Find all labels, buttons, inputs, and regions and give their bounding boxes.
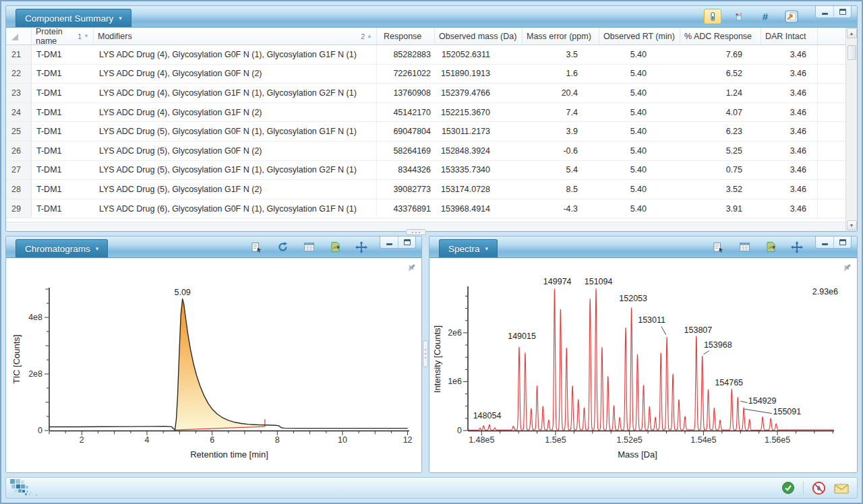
table-cell: 3.46 — [761, 84, 818, 102]
table-row[interactable]: 27T-DM1LYS ADC Drug (5), Glycosylation G… — [6, 161, 845, 181]
pin-icon[interactable] — [408, 263, 416, 273]
minimize-button[interactable] — [816, 237, 833, 248]
table-cell: 5.40 — [599, 122, 680, 141]
chromatograms-tab[interactable]: Chromatograms ▾ — [16, 239, 108, 257]
chromatogram-plot-area[interactable]: × 2468101202e84e8Retention time [min]TIC… — [6, 258, 421, 472]
component-summary-panel: Component Summary ▾ — [5, 5, 858, 232]
maximize-button[interactable] — [833, 6, 851, 18]
column-label: Mass error (ppm) — [527, 32, 591, 41]
mail-button[interactable] — [834, 482, 849, 494]
table-row[interactable]: 28T-DM1LYS ADC Drug (5), Glycosylation G… — [6, 180, 845, 199]
column-header-adc-response[interactable]: % ADC Response — [680, 28, 761, 44]
export-summary-tool-button[interactable] — [783, 9, 800, 24]
report-icon — [251, 242, 262, 253]
table-cell: T-DM1 — [32, 65, 94, 84]
no-drop-button[interactable] — [812, 481, 826, 495]
row-number[interactable]: 24 — [6, 103, 32, 122]
horizontal-splitter-handle[interactable] — [406, 229, 426, 235]
report-tool-button[interactable] — [247, 239, 265, 255]
table-cell: T-DM1 — [32, 199, 94, 218]
y-axis-label: TIC [Counts] — [11, 335, 22, 384]
status-bar — [5, 477, 858, 499]
column-header-response[interactable]: Response — [377, 28, 435, 44]
vertical-scrollbar[interactable]: ▲ ▼ — [845, 28, 857, 231]
atom-tool-button[interactable] — [730, 9, 748, 24]
spectrum-plot-area[interactable]: × 1.48e51.5e51.52e51.54e51.56e501e62e6Ma… — [429, 258, 857, 472]
vial-tool-button[interactable] — [704, 9, 721, 24]
row-number[interactable]: 21 — [6, 45, 32, 64]
table-cell: T-DM1 — [32, 122, 94, 141]
table-row[interactable]: 25T-DM1LYS ADC Drug (5), Glycosylation G… — [6, 122, 845, 141]
column-header-modifiers[interactable]: Modifiers 2 ▲ — [94, 28, 377, 44]
chart-text: 0 — [38, 426, 42, 435]
column-header-filler — [818, 28, 845, 44]
row-number[interactable]: 26 — [6, 141, 32, 160]
table-cell: 72261022 — [377, 65, 435, 84]
move-icon — [791, 241, 803, 253]
row-number[interactable]: 29 — [6, 199, 32, 218]
app-window: Component Summary ▾ — [0, 0, 863, 504]
grid-tool-button[interactable] — [736, 239, 753, 255]
row-number[interactable]: 25 — [6, 122, 32, 141]
component-summary-tab[interactable]: Component Summary ▾ — [16, 9, 131, 27]
table-cell: 13760908 — [377, 84, 435, 102]
refresh-tool-button[interactable] — [274, 239, 291, 255]
table-cell: 39082773 — [377, 180, 435, 199]
chart-text: 1.52e5 — [617, 435, 643, 445]
move-tool-button[interactable] — [353, 239, 370, 255]
table-cell: -4.3 — [523, 199, 599, 218]
column-header-dar-intact[interactable]: DAR Intact — [761, 28, 818, 44]
column-header-observed-mass[interactable]: Observed mass (Da) — [435, 28, 523, 44]
table-row[interactable]: 26T-DM1LYS ADC Drug (5), Glycosylation G… — [6, 141, 845, 161]
maximize-button[interactable] — [833, 237, 851, 248]
report-tool-button[interactable] — [709, 239, 727, 255]
column-header-mass-error[interactable]: Mass error (ppm) — [523, 28, 599, 44]
spectra-tab[interactable]: Spectra ▾ — [439, 239, 498, 257]
select-all-corner[interactable] — [6, 28, 32, 44]
scrollbar-thumb[interactable] — [847, 45, 856, 60]
chevron-down-icon: ▾ — [772, 244, 775, 251]
select-all-triangle-icon — [11, 33, 19, 41]
column-header-observed-rt[interactable]: Observed RT (min) — [599, 28, 680, 44]
component-summary-toolbar: # — [704, 9, 800, 24]
table-row[interactable]: 24T-DM1LYS ADC Drug (4), Glycosylation G… — [6, 103, 845, 123]
chart-text: 1e6 — [448, 377, 462, 386]
vertical-splitter[interactable] — [422, 236, 429, 473]
table-cell: LYS ADC Drug (4), Glycosylation G1F N (1… — [94, 84, 377, 102]
column-header-protein-name[interactable]: Protein name 1 ▼ — [32, 28, 94, 44]
minimize-button[interactable] — [380, 237, 398, 248]
vertical-splitter-handle[interactable] — [423, 340, 428, 367]
table-cell: 6.23 — [680, 122, 761, 141]
hash-tool-button[interactable]: # — [756, 9, 774, 24]
table-row[interactable]: 21T-DM1LYS ADC Drug (4), Glycosylation G… — [6, 45, 845, 65]
move-tool-button[interactable] — [788, 239, 806, 255]
table-row[interactable]: 22T-DM1LYS ADC Drug (4), Glycosylation G… — [6, 65, 845, 84]
chromatograms-titlebar: Chromatograms ▾ — [6, 237, 421, 258]
row-number[interactable]: 23 — [6, 84, 32, 102]
chevron-down-icon: ▾ — [485, 245, 489, 252]
maximize-button[interactable] — [398, 237, 415, 248]
maximize-icon — [404, 239, 411, 245]
table-cell: 152215.3670 — [435, 103, 523, 122]
peak-label: 149974 — [543, 277, 572, 286]
table-cell: 5.40 — [599, 161, 680, 180]
table-cell: 3.46 — [761, 161, 818, 180]
row-number[interactable]: 28 — [6, 180, 32, 199]
scroll-up-button[interactable]: ▲ — [847, 28, 857, 38]
table-row[interactable]: 23T-DM1LYS ADC Drug (4), Glycosylation G… — [6, 84, 845, 103]
svg-text:#: # — [763, 11, 769, 22]
scroll-down-button[interactable]: ▼ — [847, 220, 857, 230]
row-number[interactable]: 22 — [6, 65, 32, 84]
export-chart-tool-button[interactable]: ▾ — [326, 239, 344, 255]
grid-tool-button[interactable] — [300, 239, 318, 255]
table-cell: 152052.6311 — [435, 45, 523, 64]
export-chart-tool-button[interactable]: ▾ — [762, 239, 779, 255]
table-row[interactable]: 29T-DM1LYS ADC Drug (6), Glycosylation G… — [6, 199, 845, 219]
row-number[interactable]: 27 — [6, 161, 32, 180]
success-check-button[interactable] — [781, 481, 795, 495]
status-bar-icons — [781, 481, 849, 495]
refresh-icon — [277, 241, 289, 253]
minimize-button[interactable] — [816, 6, 833, 18]
table-cell: 3.46 — [761, 45, 818, 64]
pin-icon[interactable] — [843, 263, 852, 273]
